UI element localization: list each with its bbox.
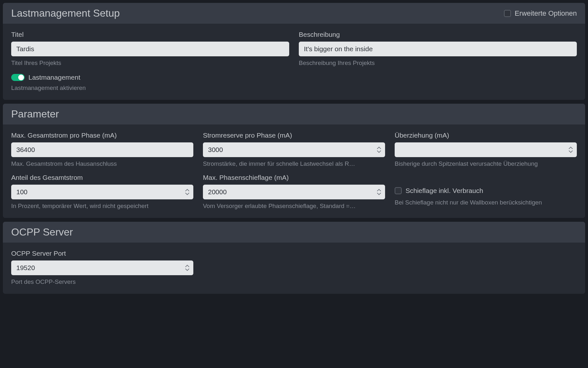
title-field: Titel Titel Ihres Projekts (11, 31, 289, 67)
imbalance-input[interactable] (203, 185, 385, 199)
advanced-options-checkbox[interactable] (504, 10, 511, 17)
share-field: Anteil des Gesamtstrom In Prozent, tempo… (11, 174, 193, 210)
title-input[interactable] (11, 42, 289, 56)
description-input[interactable] (299, 42, 577, 56)
imbalance-consumption-checkbox[interactable] (395, 187, 402, 194)
setup-panel: Lastmanagement Setup Erweiterte Optionen… (3, 3, 585, 100)
max-total-help: Max. Gesamtstrom des Hausanschluss (11, 160, 193, 167)
imbalance-consumption-help: Bei Schieflage nicht nur die Wallboxen b… (395, 199, 577, 206)
overdraw-help: Bisherige durch Spitzenlast verursachte … (395, 160, 577, 167)
reserve-input[interactable] (203, 142, 385, 157)
parameter-title: Parameter (11, 108, 59, 120)
overdraw-field: Überziehung (mA) Bisherige durch Spitzen… (395, 132, 577, 167)
ocpp-port-input[interactable] (11, 260, 193, 275)
description-label: Beschreibung (299, 31, 577, 38)
ocpp-body: OCPP Server Port Port des OCPP-Servers (3, 243, 585, 294)
reserve-label: Stromreserve pro Phase (mA) (203, 132, 385, 139)
setup-header: Lastmanagement Setup Erweiterte Optionen (3, 3, 585, 24)
parameter-panel: Parameter Max. Gesamtstrom pro Phase (mA… (3, 103, 585, 218)
advanced-options-label: Erweiterte Optionen (515, 9, 577, 18)
overdraw-input[interactable] (395, 142, 577, 157)
overdraw-label: Überziehung (mA) (395, 132, 577, 139)
description-help: Beschreibung Ihres Projekts (299, 60, 577, 67)
ocpp-port-help: Port des OCPP-Servers (11, 278, 193, 285)
reserve-field: Stromreserve pro Phase (mA) Stromstärke,… (203, 132, 385, 167)
reserve-help: Stromstärke, die immer für schnelle Last… (203, 160, 385, 167)
loadmanagement-help: Lastmanagement aktivieren (11, 84, 577, 92)
loadmanagement-label: Lastmanagement (28, 74, 80, 81)
advanced-options-row: Erweiterte Optionen (504, 9, 577, 18)
share-help: In Prozent, temporärer Wert, wird nicht … (11, 203, 193, 210)
parameter-header: Parameter (3, 104, 585, 124)
imbalance-label: Max. Phasenschieflage (mA) (203, 174, 385, 181)
imbalance-consumption-label: Schieflage inkl. Verbrauch (406, 187, 483, 195)
title-label: Titel (11, 31, 289, 38)
parameter-body: Max. Gesamtstrom pro Phase (mA) Max. Ges… (3, 124, 585, 218)
imbalance-consumption-field: Schieflage inkl. Verbrauch Bei Schieflag… (395, 174, 577, 210)
max-total-field: Max. Gesamtstrom pro Phase (mA) Max. Ges… (11, 132, 193, 167)
ocpp-port-label: OCPP Server Port (11, 250, 193, 257)
toggle-knob-icon (18, 75, 24, 80)
max-total-input[interactable] (11, 142, 193, 157)
loadmanagement-toggle[interactable] (11, 74, 25, 81)
ocpp-panel: OCPP Server OCPP Server Port Port des OC… (3, 221, 585, 294)
setup-title: Lastmanagement Setup (11, 7, 120, 19)
ocpp-title: OCPP Server (11, 226, 73, 238)
setup-body: Titel Titel Ihres Projekts Beschreibung … (3, 24, 585, 100)
imbalance-help: Vom Versorger erlaubte Phasenschieflage,… (203, 203, 385, 210)
ocpp-header: OCPP Server (3, 222, 585, 243)
title-help: Titel Ihres Projekts (11, 60, 289, 67)
share-input[interactable] (11, 185, 193, 199)
loadmanagement-toggle-row: Lastmanagement (11, 74, 577, 81)
share-label: Anteil des Gesamtstrom (11, 174, 193, 181)
ocpp-port-field: OCPP Server Port Port des OCPP-Servers (11, 250, 193, 285)
description-field: Beschreibung Beschreibung Ihres Projekts (299, 31, 577, 67)
imbalance-field: Max. Phasenschieflage (mA) Vom Versorger… (203, 174, 385, 210)
max-total-label: Max. Gesamtstrom pro Phase (mA) (11, 132, 193, 139)
